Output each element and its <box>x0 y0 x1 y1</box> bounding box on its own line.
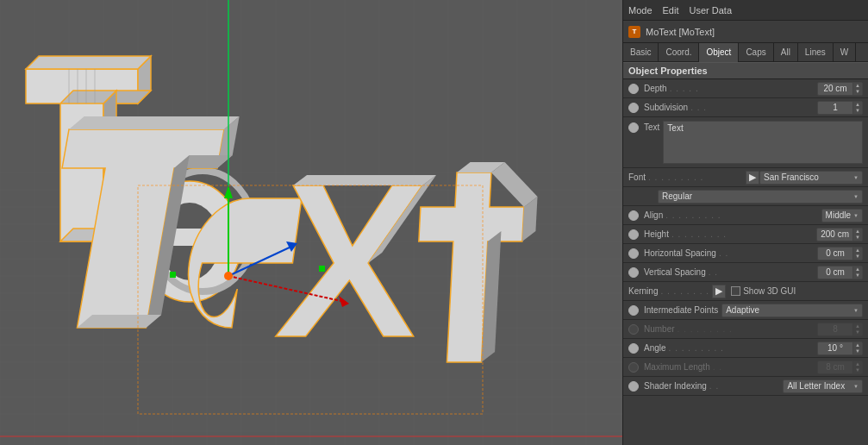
intermed-value-text: Adaptive <box>726 305 851 315</box>
svg-point-73 <box>224 272 233 280</box>
maxlength-radio[interactable] <box>628 362 639 373</box>
text-radio[interactable] <box>628 122 639 133</box>
tab-object[interactable]: Object <box>699 43 739 62</box>
intermed-radio[interactable] <box>628 305 639 316</box>
tab-caps[interactable]: Caps <box>739 43 773 62</box>
font-label: Font <box>628 172 646 182</box>
hspacing-spinner[interactable]: ▲ ▼ <box>852 248 862 260</box>
depth-value: 20 cm <box>818 84 852 93</box>
number-spinner[interactable]: ▲ ▼ <box>852 323 862 335</box>
show3d-container: Show 3D GUI <box>731 286 796 296</box>
vspacing-up[interactable]: ▲ <box>853 266 862 273</box>
show3d-checkbox[interactable] <box>731 286 740 296</box>
angle-value-box[interactable]: 10 ° ▲ ▼ <box>817 342 863 355</box>
font-style-row: Regular ▼ <box>623 187 868 206</box>
number-down[interactable]: ▼ <box>853 329 862 335</box>
depth-up[interactable]: ▲ <box>853 83 862 89</box>
menu-userdata[interactable]: User Data <box>690 5 733 16</box>
hspacing-dots: . . <box>716 248 817 258</box>
angle-spinner[interactable]: ▲ ▼ <box>852 342 862 354</box>
intermed-dropdown-arrow: ▼ <box>853 308 859 313</box>
maxlength-down[interactable]: ▼ <box>853 367 862 373</box>
maxlength-row: Maximum Length . . 8 cm ▲ ▼ <box>623 358 868 377</box>
height-radio[interactable] <box>628 229 639 240</box>
subdivision-label: Subdivision <box>644 103 688 112</box>
height-down[interactable]: ▼ <box>853 235 862 241</box>
align-value-dropdown[interactable]: Middle ▼ <box>821 209 863 222</box>
height-up[interactable]: ▲ <box>853 229 862 235</box>
maxlength-value-box[interactable]: 8 cm ▲ ▼ <box>817 360 863 374</box>
font-row: Font . . . . . . . . . ▶ San Francisco ▼ <box>623 168 868 187</box>
viewport-3d[interactable] <box>0 0 622 445</box>
subdivision-radio[interactable] <box>628 103 639 113</box>
font-style-arrow: ▼ <box>853 194 859 199</box>
angle-radio[interactable] <box>628 343 639 354</box>
angle-up[interactable]: ▲ <box>853 342 862 348</box>
depth-radio[interactable] <box>628 84 639 94</box>
depth-down[interactable]: ▼ <box>853 89 862 95</box>
height-spinner[interactable]: ▲ ▼ <box>852 229 862 241</box>
svg-marker-54 <box>69 116 240 129</box>
subdivision-spinner[interactable]: ▲ ▼ <box>852 102 862 114</box>
number-up[interactable]: ▲ <box>853 323 862 329</box>
maxlength-spinner[interactable]: ▲ ▼ <box>852 361 862 373</box>
menu-edit[interactable]: Edit <box>663 5 679 16</box>
hspacing-up[interactable]: ▲ <box>853 248 862 254</box>
tab-w[interactable]: W <box>834 43 856 62</box>
font-name-dropdown[interactable]: San Francisco ▼ <box>759 171 863 185</box>
vspacing-value-box[interactable]: 0 cm ▲ ▼ <box>817 266 863 279</box>
menu-mode[interactable]: Mode <box>628 5 653 16</box>
kerning-label: Kerning <box>628 286 658 296</box>
hspacing-down[interactable]: ▼ <box>853 254 862 260</box>
number-value-box[interactable]: 8 ▲ ▼ <box>817 323 863 336</box>
align-radio[interactable] <box>628 210 639 221</box>
maxlength-dots: . . <box>710 362 817 372</box>
shader-value-dropdown[interactable]: All Letter Index ▼ <box>783 379 863 393</box>
font-triangle-button[interactable]: ▶ <box>746 171 759 185</box>
vspacing-spinner[interactable]: ▲ ▼ <box>852 266 862 279</box>
align-row: Align . . . . . . . . . Middle ▼ <box>623 206 868 225</box>
svg-marker-39 <box>26 56 151 69</box>
angle-row: Angle . . . . . . . . . 10 ° ▲ ▼ <box>623 339 868 358</box>
angle-down[interactable]: ▼ <box>853 348 862 354</box>
tab-all[interactable]: All <box>774 43 798 62</box>
hspacing-radio[interactable] <box>628 248 639 259</box>
subdivision-up[interactable]: ▲ <box>853 102 862 108</box>
tab-coord[interactable]: Coord. <box>659 43 699 62</box>
shader-row: Shader Indexing . . All Letter Index ▼ <box>623 377 868 396</box>
intermed-row: Intermediate Points Adaptive ▼ <box>623 301 868 320</box>
angle-label: Angle <box>644 343 666 353</box>
depth-value-box[interactable]: 20 cm ▲ ▼ <box>817 82 863 96</box>
depth-spinner[interactable]: ▲ ▼ <box>852 83 862 95</box>
angle-dots: . . . . . . . . . <box>666 343 817 353</box>
vspacing-value: 0 cm <box>818 267 852 277</box>
properties-panel: Mode Edit User Data T MoText [MoText] Ba… <box>622 0 868 445</box>
subdivision-row: Subdivision . . . 1 ▲ ▼ <box>623 98 868 117</box>
height-value-box[interactable]: 200 cm ▲ ▼ <box>816 228 863 241</box>
height-value: 200 cm <box>817 229 852 239</box>
maxlength-up[interactable]: ▲ <box>853 361 862 367</box>
font-style-dropdown[interactable]: Regular ▼ <box>658 190 863 204</box>
tab-lines[interactable]: Lines <box>798 43 834 62</box>
text-input[interactable] <box>663 121 863 164</box>
text-label: Text <box>644 121 659 132</box>
shader-radio[interactable] <box>628 381 639 392</box>
intermed-value-dropdown[interactable]: Adaptive ▼ <box>721 304 863 317</box>
hspacing-value-box[interactable]: 0 cm ▲ ▼ <box>817 247 863 260</box>
vspacing-down[interactable]: ▼ <box>853 273 862 279</box>
subdivision-value: 1 <box>818 103 852 112</box>
motext-icon: T <box>628 26 640 38</box>
subdivision-value-box[interactable]: 1 ▲ ▼ <box>817 101 863 115</box>
object-title: MoText [MoText] <box>646 27 715 37</box>
hspacing-label: Horizontal Spacing <box>644 248 716 258</box>
tab-basic[interactable]: Basic <box>623 43 659 62</box>
tab-bar: Basic Coord. Object Caps All Lines W <box>623 43 868 62</box>
font-style-value: Regular <box>662 191 851 201</box>
viewport-grid <box>0 0 622 445</box>
number-dots: . . . . . . . . . <box>675 324 817 334</box>
shader-dots: . . <box>707 381 784 391</box>
vspacing-radio[interactable] <box>628 267 639 278</box>
number-radio[interactable] <box>628 324 639 335</box>
subdivision-down[interactable]: ▼ <box>853 108 862 114</box>
kerning-triangle-button[interactable]: ▶ <box>712 285 726 298</box>
